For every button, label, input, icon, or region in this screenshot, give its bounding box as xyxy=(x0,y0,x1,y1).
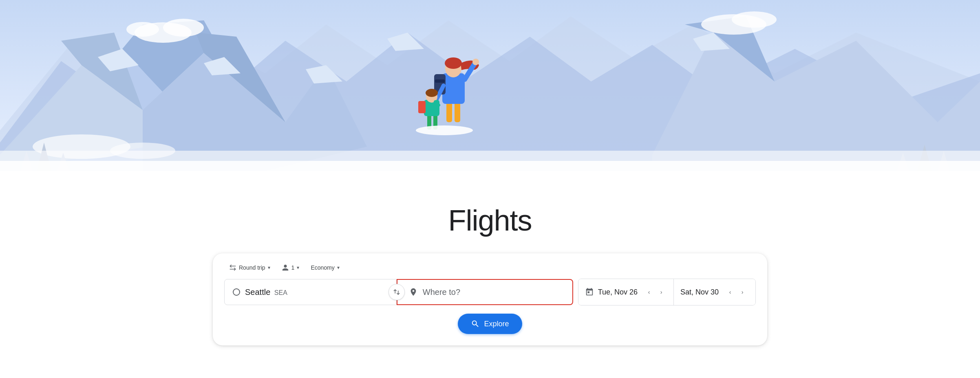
main-content: Flights Round trip ▾ 1 ▾ xyxy=(0,0,980,345)
origin-dot-icon xyxy=(233,288,240,296)
calendar-icon xyxy=(585,288,594,297)
trip-type-chevron: ▾ xyxy=(268,265,270,270)
search-options-row: Round trip ▾ 1 ▾ Economy ▾ xyxy=(224,262,756,274)
round-trip-icon xyxy=(229,264,236,271)
origin-city: Seattle xyxy=(245,288,270,297)
search-icon xyxy=(471,319,480,328)
swap-button[interactable] xyxy=(388,284,405,300)
return-date-field[interactable]: Sat, Nov 30 ‹ › xyxy=(674,279,755,305)
cabin-class-chevron: ▾ xyxy=(337,265,340,270)
destination-placeholder: Where to? xyxy=(423,288,460,297)
passenger-chevron: ▾ xyxy=(297,265,299,270)
depart-date-label: Tue, Nov 26 xyxy=(598,288,638,297)
return-date-label: Sat, Nov 30 xyxy=(680,288,719,297)
search-card: Round trip ▾ 1 ▾ Economy ▾ xyxy=(213,253,767,345)
depart-date-next[interactable]: › xyxy=(656,286,667,298)
person-icon xyxy=(282,264,289,271)
trip-type-label: Round trip xyxy=(239,264,265,271)
swap-icon xyxy=(393,288,400,296)
return-date-next[interactable]: › xyxy=(737,286,748,298)
destination-field[interactable]: Where to? xyxy=(397,279,573,305)
return-date-nav: ‹ › xyxy=(724,286,748,298)
origin-text: Seattle SEA xyxy=(245,288,287,297)
cabin-class-button[interactable]: Economy ▾ xyxy=(306,262,344,273)
passengers-button[interactable]: 1 ▾ xyxy=(277,262,305,274)
explore-row: Explore xyxy=(224,314,756,334)
depart-date-nav: ‹ › xyxy=(643,286,667,298)
trip-type-button[interactable]: Round trip ▾ xyxy=(224,262,275,274)
cabin-class-label: Economy xyxy=(311,264,334,271)
explore-button[interactable]: Explore xyxy=(458,314,522,334)
origin-code: SEA xyxy=(274,289,287,296)
destination-pin-icon xyxy=(409,288,418,297)
date-fields-container: Tue, Nov 26 ‹ › Sat, Nov 30 ‹ › xyxy=(578,279,756,305)
depart-date-prev[interactable]: ‹ xyxy=(643,286,655,298)
page-title: Flights xyxy=(448,204,532,237)
depart-date-field[interactable]: Tue, Nov 26 ‹ › xyxy=(578,279,673,305)
origin-field[interactable]: Seattle SEA xyxy=(224,279,397,305)
search-inputs-row: Seattle SEA Where to? xyxy=(224,279,756,305)
explore-label: Explore xyxy=(484,320,509,328)
return-date-prev[interactable]: ‹ xyxy=(724,286,736,298)
passenger-count: 1 xyxy=(291,264,295,271)
